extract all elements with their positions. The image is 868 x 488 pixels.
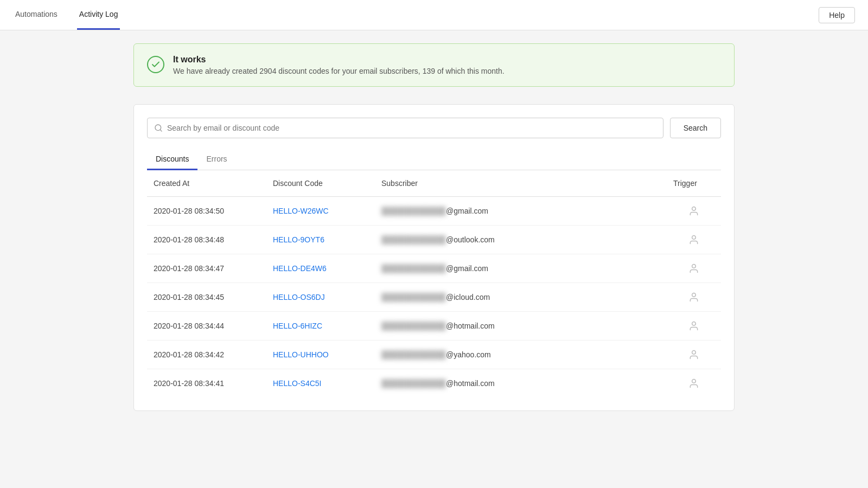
- cell-subscriber: ████████████@outlook.com: [375, 226, 667, 254]
- discount-code-link[interactable]: HELLO-DE4W6: [273, 264, 327, 273]
- discount-code-link[interactable]: HELLO-OS6DJ: [273, 293, 325, 301]
- table-row: 2020-01-28 08:34:42HELLO-UHHOO██████████…: [147, 341, 721, 369]
- discount-code-link[interactable]: HELLO-UHHOO: [273, 350, 329, 359]
- search-input-wrapper[interactable]: [147, 118, 663, 138]
- cell-discount-code[interactable]: HELLO-6HIZC: [266, 312, 375, 341]
- cell-discount-code[interactable]: HELLO-S4C5I: [266, 369, 375, 398]
- cell-created-at: 2020-01-28 08:34:47: [147, 254, 266, 283]
- svg-line-1: [160, 130, 162, 131]
- subscriber-blurred: ████████████: [381, 322, 446, 330]
- cell-trigger: [667, 226, 721, 254]
- person-icon: [673, 378, 714, 389]
- person-icon: [673, 349, 714, 360]
- help-button[interactable]: Help: [819, 7, 855, 23]
- col-header-trigger: Trigger: [667, 170, 721, 197]
- cell-trigger: [667, 369, 721, 398]
- svg-point-2: [692, 207, 696, 211]
- banner-body: We have already created 2904 discount co…: [173, 67, 505, 75]
- cell-subscriber: ████████████@icloud.com: [375, 283, 667, 312]
- nav-tab-activity-log[interactable]: Activity Log: [77, 0, 120, 30]
- cell-created-at: 2020-01-28 08:34:50: [147, 197, 266, 226]
- table-row: 2020-01-28 08:34:44HELLO-6HIZC██████████…: [147, 312, 721, 341]
- main-content: It works We have already created 2904 di…: [125, 30, 743, 424]
- col-header-created-at: Created At: [147, 170, 266, 197]
- subscriber-blurred: ████████████: [381, 293, 446, 301]
- person-icon: [673, 263, 714, 274]
- subscriber-blurred: ████████████: [381, 235, 446, 244]
- cell-trigger: [667, 197, 721, 226]
- subscriber-domain: @yahoo.com: [446, 350, 491, 359]
- cell-created-at: 2020-01-28 08:34:41: [147, 369, 266, 398]
- cell-created-at: 2020-01-28 08:34:44: [147, 312, 266, 341]
- subscriber-blurred: ████████████: [381, 207, 446, 215]
- cell-trigger: [667, 341, 721, 369]
- tab-bar: Discounts Errors: [147, 149, 721, 170]
- search-button[interactable]: Search: [670, 118, 721, 138]
- subscriber-domain: @outlook.com: [446, 235, 495, 244]
- cell-discount-code[interactable]: HELLO-W26WC: [266, 197, 375, 226]
- cell-subscriber: ████████████@hotmail.com: [375, 312, 667, 341]
- cell-subscriber: ████████████@yahoo.com: [375, 341, 667, 369]
- svg-point-4: [692, 265, 696, 268]
- subscriber-domain: @hotmail.com: [446, 322, 495, 330]
- subscriber-domain: @gmail.com: [446, 207, 488, 215]
- cell-trigger: [667, 283, 721, 312]
- search-input[interactable]: [167, 118, 656, 138]
- cell-created-at: 2020-01-28 08:34:48: [147, 226, 266, 254]
- person-icon: [673, 320, 714, 331]
- discount-code-link[interactable]: HELLO-W26WC: [273, 207, 329, 215]
- cell-discount-code[interactable]: HELLO-DE4W6: [266, 254, 375, 283]
- table-row: 2020-01-28 08:34:50HELLO-W26WC██████████…: [147, 197, 721, 226]
- cell-subscriber: ████████████@gmail.com: [375, 197, 667, 226]
- table-header-row: Created At Discount Code Subscriber Trig…: [147, 170, 721, 197]
- discount-code-link[interactable]: HELLO-6HIZC: [273, 322, 322, 330]
- cell-trigger: [667, 312, 721, 341]
- cell-discount-code[interactable]: HELLO-OS6DJ: [266, 283, 375, 312]
- person-icon: [673, 292, 714, 303]
- cell-subscriber: ████████████@hotmail.com: [375, 369, 667, 398]
- cell-subscriber: ████████████@gmail.com: [375, 254, 667, 283]
- svg-point-5: [692, 293, 696, 297]
- svg-point-8: [692, 380, 696, 383]
- checkmark-icon: [151, 60, 161, 69]
- banner-text-block: It works We have already created 2904 di…: [173, 55, 505, 75]
- success-icon: [147, 56, 164, 73]
- cell-trigger: [667, 254, 721, 283]
- nav-tabs: Automations Activity Log: [13, 0, 120, 30]
- search-row: Search: [147, 118, 721, 138]
- person-icon: [673, 206, 714, 216]
- svg-point-6: [692, 322, 696, 326]
- nav-tab-automations[interactable]: Automations: [13, 0, 60, 30]
- subscriber-blurred: ████████████: [381, 350, 446, 359]
- banner-title: It works: [173, 55, 505, 65]
- table-row: 2020-01-28 08:34:48HELLO-9OYT6██████████…: [147, 226, 721, 254]
- discounts-table: Created At Discount Code Subscriber Trig…: [147, 170, 721, 397]
- main-card: Search Discounts Errors Created At Disco…: [133, 104, 735, 411]
- subscriber-domain: @hotmail.com: [446, 379, 495, 388]
- top-nav: Automations Activity Log Help: [0, 0, 868, 30]
- success-banner: It works We have already created 2904 di…: [133, 43, 735, 87]
- col-header-discount-code: Discount Code: [266, 170, 375, 197]
- tab-discounts[interactable]: Discounts: [147, 149, 197, 170]
- svg-point-7: [692, 351, 696, 355]
- tab-errors[interactable]: Errors: [197, 149, 235, 170]
- col-header-subscriber: Subscriber: [375, 170, 667, 197]
- cell-created-at: 2020-01-28 08:34:45: [147, 283, 266, 312]
- svg-point-3: [692, 236, 696, 240]
- subscriber-domain: @gmail.com: [446, 264, 488, 273]
- subscriber-blurred: ████████████: [381, 264, 446, 273]
- cell-created-at: 2020-01-28 08:34:42: [147, 341, 266, 369]
- table-row: 2020-01-28 08:34:47HELLO-DE4W6██████████…: [147, 254, 721, 283]
- table-row: 2020-01-28 08:34:45HELLO-OS6DJ██████████…: [147, 283, 721, 312]
- discount-code-link[interactable]: HELLO-9OYT6: [273, 235, 324, 244]
- cell-discount-code[interactable]: HELLO-9OYT6: [266, 226, 375, 254]
- subscriber-domain: @icloud.com: [446, 293, 490, 301]
- table-row: 2020-01-28 08:34:41HELLO-S4C5I██████████…: [147, 369, 721, 398]
- search-icon: [154, 124, 163, 132]
- cell-discount-code[interactable]: HELLO-UHHOO: [266, 341, 375, 369]
- discount-code-link[interactable]: HELLO-S4C5I: [273, 379, 321, 388]
- subscriber-blurred: ████████████: [381, 379, 446, 388]
- person-icon: [673, 234, 714, 245]
